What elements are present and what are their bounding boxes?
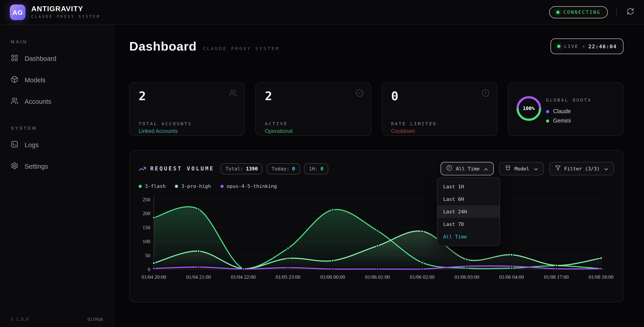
sidebar-item-label: Settings: [24, 163, 48, 170]
panel-title: REQUEST VOLUME: [150, 166, 214, 172]
x-axis-label: 01/08 17:00: [544, 274, 569, 280]
data-point: [466, 265, 468, 267]
dropdown-item-last-1h[interactable]: Last 1H: [438, 180, 500, 193]
x-axis-label: 01/06 02:00: [410, 274, 435, 280]
stat-value: 2: [139, 90, 146, 102]
sidebar: MAIN Dashboard Models: [0, 24, 114, 327]
legend-item-3-pro-high: 3-pro-high: [175, 184, 211, 189]
sidebar-item-label: Models: [24, 76, 46, 84]
x-axis-label: 01/04 21:00: [186, 274, 211, 280]
live-status-badge: LIVE 22:46:04: [550, 38, 624, 54]
gemini-dot-icon: [546, 119, 549, 122]
chevron-down-icon: [603, 166, 608, 171]
today-chip: Today: 0: [267, 163, 300, 174]
time-range-button[interactable]: All Time: [441, 162, 494, 175]
data-point: [153, 267, 155, 270]
today-value: 0: [292, 166, 295, 172]
check-circle-icon: [355, 89, 363, 97]
data-point: [198, 208, 200, 210]
chart-controls: All Time Model: [441, 162, 614, 175]
y-axis-label: 100: [143, 239, 150, 244]
x-axis-label: 01/06 00:00: [320, 274, 345, 280]
alert-circle-icon: [482, 89, 490, 97]
quota-legend-claude: Claude: [546, 108, 571, 114]
data-point: [555, 264, 558, 266]
data-point: [287, 247, 289, 250]
x-axis-label: 01/06 04:00: [499, 274, 524, 280]
sidebar-item-models[interactable]: Models: [11, 74, 103, 86]
dropdown-item-all-time[interactable]: All Time: [438, 230, 500, 243]
volume-badges: Total: 1390 Today: 0 1H: 0: [220, 163, 328, 174]
x-axis-label: 01/08 18:00: [589, 274, 614, 280]
account-filter-button[interactable]: Filter (3/3): [549, 162, 614, 175]
brand-subtitle: CLAUDE PROXY SYSTEM: [31, 14, 100, 19]
x-axis-label: 01/04 20:00: [142, 274, 166, 280]
data-point: [555, 268, 558, 270]
quota-label: GLOBAL QUOTA: [546, 98, 592, 102]
stat-card-total-accounts: 2 TOTAL ACCOUNTS Linked Accounts: [129, 82, 245, 136]
data-point: [332, 260, 334, 262]
chart-area: 05010015020025001/04 20:0001/04 21:0001/…: [137, 193, 617, 284]
stat-label: RATE LIMITED: [391, 121, 437, 126]
total-chip: Total: 1390: [220, 163, 263, 174]
refresh-button[interactable]: [625, 7, 635, 17]
stat-label: ACTIVE: [265, 121, 288, 126]
sidebar-item-label: Accounts: [24, 98, 51, 105]
live-label: LIVE: [564, 44, 578, 49]
status-dot-icon: [556, 10, 560, 14]
data-point: [153, 262, 155, 264]
connection-status-label: CONNECTING: [564, 10, 600, 15]
hour-chip: 1H: 0: [304, 163, 328, 174]
account-filter-label: Filter (3/3): [564, 166, 600, 172]
y-axis-label: 200: [143, 211, 150, 216]
model-filter-button[interactable]: Model: [499, 162, 544, 175]
data-point: [332, 209, 334, 211]
legend-item-opus: opus-4-5-thinking: [220, 184, 277, 189]
connection-status-badge: CONNECTING: [549, 6, 608, 18]
page-subtitle: CLAUDE PROXY SYSTEM: [203, 46, 280, 51]
sidebar-item-dashboard[interactable]: Dashboard: [11, 52, 103, 65]
sidebar-item-accounts[interactable]: Accounts: [11, 95, 103, 108]
x-axis-label: 01/06 01:00: [365, 274, 390, 280]
data-point: [421, 230, 423, 232]
time-range-label: All Time: [456, 166, 480, 172]
quota-legend-name: Claude: [553, 108, 571, 114]
request-volume-panel: REQUEST VOLUME Total: 1390 Today: 0 1H:: [129, 150, 624, 302]
data-point: [376, 230, 378, 232]
request-volume-chart[interactable]: 05010015020025001/04 20:0001/04 21:0001/…: [137, 193, 617, 284]
data-point: [198, 250, 200, 252]
data-point: [198, 266, 200, 268]
data-point: [153, 216, 155, 219]
live-dot-icon: [557, 45, 560, 48]
chart-legend: 3-flash 3-pro-high opus-4-5-thinking: [139, 184, 623, 189]
github-link[interactable]: GitHub: [88, 317, 103, 322]
users-icon: [229, 89, 237, 97]
legend-item-3-flash: 3-flash: [139, 184, 166, 189]
live-clock: 22:46:04: [588, 43, 617, 50]
app-root: AG ANTIGRAVITY CLAUDE PROXY SYSTEM CONNE…: [0, 0, 644, 327]
stat-card-active: 2 ACTIVE Operational: [256, 82, 371, 136]
panel-header: REQUEST VOLUME Total: 1390 Today: 0 1H:: [130, 151, 623, 175]
dot-separator-icon: [582, 46, 584, 47]
data-point: [332, 268, 334, 270]
sidebar-item-label: Dashboard: [24, 55, 56, 62]
page-title: Dashboard: [129, 40, 197, 52]
x-axis-label: 01/04 22:00: [231, 274, 256, 280]
series-dot-icon: [139, 185, 142, 188]
dropdown-item-last-7d[interactable]: Last 7D: [438, 218, 500, 230]
dropdown-item-last-24h[interactable]: Last 24H: [438, 205, 500, 218]
stat-card-rate-limited: 0 RATE LIMITED Cooldown: [382, 82, 497, 136]
sidebar-item-logs[interactable]: Logs: [11, 139, 103, 151]
y-axis-label: 50: [145, 253, 150, 258]
sidebar-item-settings[interactable]: Settings: [11, 160, 103, 173]
total-value: 1390: [246, 166, 258, 172]
y-axis-label: 250: [143, 197, 150, 202]
chevron-up-icon: [483, 166, 488, 171]
cube-icon: [11, 76, 18, 85]
dropdown-item-last-6h[interactable]: Last 6H: [438, 193, 500, 205]
x-axis-label: 01/06 03:00: [454, 274, 480, 280]
terminal-icon: [11, 140, 18, 150]
topbar-divider: [616, 7, 617, 17]
stat-value: 0: [391, 90, 398, 102]
box-icon: [505, 165, 511, 172]
